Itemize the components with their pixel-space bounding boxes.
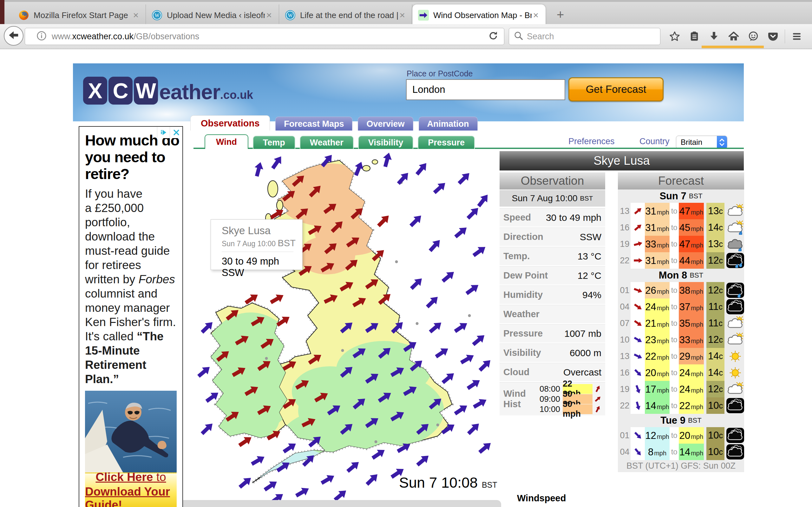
map-wind-arrow-icon[interactable] xyxy=(432,180,448,196)
tab-weather[interactable]: Weather xyxy=(300,135,354,149)
browser-tab[interactable]: Wind Observation Map - Br...× xyxy=(412,4,546,26)
place-input[interactable] xyxy=(406,79,565,100)
map-wind-arrow-icon[interactable] xyxy=(237,434,254,449)
map-wind-arrow-icon[interactable] xyxy=(427,319,444,335)
forecast-row: 0721mphto35mph11c xyxy=(618,315,744,331)
forecast-time: 04 xyxy=(618,298,629,315)
observation-row: Dew Point12 °C xyxy=(500,266,605,285)
tab-close-icon[interactable]: × xyxy=(132,10,140,20)
wind-observation-map[interactable]: Sun 7 10:08 BST xyxy=(194,150,498,507)
map-wind-arrow-icon[interactable] xyxy=(453,402,470,417)
map-wind-arrow-icon[interactable] xyxy=(262,478,280,493)
map-wind-arrow-icon[interactable] xyxy=(456,170,472,186)
map-wind-arrow-icon[interactable] xyxy=(440,268,457,285)
page-info-icon[interactable] xyxy=(36,30,47,43)
xcweather-logo[interactable]: X C W eather .co.uk xyxy=(83,77,253,105)
menu-hamburger-icon[interactable] xyxy=(787,31,807,42)
map-wind-arrow-icon[interactable] xyxy=(408,275,425,292)
tab-close-icon[interactable]: × xyxy=(265,10,273,20)
map-wind-arrow-icon[interactable] xyxy=(427,237,444,254)
tab-pressure[interactable]: Pressure xyxy=(418,135,475,149)
map-wind-arrow-icon[interactable] xyxy=(475,192,491,209)
map-wind-arrow-icon[interactable] xyxy=(434,345,451,360)
map-wind-arrow-icon[interactable] xyxy=(465,205,481,221)
map-wind-arrow-icon[interactable] xyxy=(464,281,481,297)
map-wind-arrow-icon[interactable] xyxy=(269,154,285,171)
forecast-speed: 31mph xyxy=(645,252,670,269)
map-wind-arrow-icon[interactable] xyxy=(453,224,469,240)
reload-icon[interactable] xyxy=(488,30,499,43)
map-wind-arrow-icon[interactable] xyxy=(414,160,430,177)
tab-overview[interactable]: Overview xyxy=(358,117,413,130)
url-bar[interactable]: www.xcweather.co.uk/GB/observations xyxy=(25,28,504,45)
tab-observations[interactable]: Observations xyxy=(190,115,270,130)
country-select[interactable]: Britain xyxy=(676,135,727,149)
map-wind-arrow-icon[interactable] xyxy=(453,320,470,335)
tab-close-icon[interactable]: × xyxy=(398,10,406,20)
map-wind-arrow-icon[interactable] xyxy=(424,294,441,310)
home-icon[interactable] xyxy=(724,31,744,42)
map-wind-arrow-icon[interactable] xyxy=(465,377,483,392)
tab-animation[interactable]: Animation xyxy=(419,117,478,130)
forecast-day-heading: Mon 8BST xyxy=(618,269,744,282)
forecast-time: 01 xyxy=(618,427,629,444)
observation-datetime: Sun 7 Aug 10:00BST xyxy=(500,190,605,207)
map-wind-arrow-icon[interactable] xyxy=(465,420,482,437)
map-wind-arrow-icon[interactable] xyxy=(408,212,424,229)
map-wind-arrow-icon[interactable] xyxy=(477,440,494,456)
ad-close-icon[interactable] xyxy=(170,127,183,138)
map-wind-arrow-icon[interactable] xyxy=(294,485,311,499)
map-wind-arrow-icon[interactable] xyxy=(415,452,432,468)
map-wind-arrow-icon[interactable] xyxy=(252,161,265,177)
hello-chat-icon[interactable] xyxy=(744,31,763,42)
map-wind-arrow-icon[interactable] xyxy=(319,472,337,487)
preferences-link[interactable]: Preferences xyxy=(568,134,615,148)
map-wind-arrow-icon[interactable] xyxy=(395,170,412,187)
map-wind-arrow-icon[interactable] xyxy=(477,357,494,374)
observation-row: Weather xyxy=(500,305,605,323)
advertisement[interactable]: How much doyou need toretire? If you hav… xyxy=(79,126,183,507)
map-wind-arrow-icon[interactable] xyxy=(381,152,393,168)
pocket-icon[interactable] xyxy=(763,31,783,42)
adchoices-icon[interactable] xyxy=(157,127,170,138)
tab-temp[interactable]: Temp xyxy=(253,135,295,149)
forecast-time: 13 xyxy=(618,203,629,219)
downloads-icon[interactable] xyxy=(704,31,724,42)
forecast-row: 1933mphto47mph13c xyxy=(618,236,744,252)
browser-tab[interactable]: WUpload New Media ‹ isleofr...× xyxy=(146,4,279,26)
map-wind-arrow-icon[interactable] xyxy=(471,243,488,259)
forecast-gust: 24mph xyxy=(679,364,704,381)
search-bar[interactable] xyxy=(509,28,660,45)
map-wind-arrow-icon[interactable] xyxy=(364,471,380,488)
map-wind-arrow-icon[interactable] xyxy=(345,458,362,475)
tab-visibility[interactable]: Visibility xyxy=(358,135,414,149)
reading-list-icon[interactable] xyxy=(684,31,704,42)
map-wind-arrow-icon[interactable] xyxy=(237,474,254,491)
map-wind-arrow-icon[interactable] xyxy=(370,446,387,462)
select-stepper-icon[interactable] xyxy=(717,135,727,149)
map-wind-arrow-icon[interactable] xyxy=(199,420,216,437)
map-wind-arrow-icon[interactable] xyxy=(269,291,286,306)
search-input[interactable] xyxy=(527,32,647,42)
forecast-time: 04 xyxy=(618,444,629,460)
map-wind-arrow-icon[interactable] xyxy=(459,351,476,366)
tab-forecast-maps[interactable]: Forecast Maps xyxy=(275,117,352,130)
ad-cta-button[interactable]: Click Here to Download Your Guide! xyxy=(85,472,177,507)
tab-wind[interactable]: Wind xyxy=(205,134,248,149)
get-forecast-button[interactable]: Get Forecast xyxy=(568,77,664,101)
wind-direction-arrow-icon xyxy=(630,427,645,444)
browser-tab[interactable]: WLife at the end of the road |...× xyxy=(279,4,412,26)
map-wind-arrow-icon[interactable] xyxy=(375,212,392,229)
map-wind-arrow-icon[interactable] xyxy=(250,453,267,468)
map-wind-arrow-icon[interactable] xyxy=(440,370,457,386)
tab-close-icon[interactable]: × xyxy=(531,10,540,20)
map-wind-arrow-icon[interactable] xyxy=(472,396,489,411)
browser-tab[interactable]: Mozilla Firefox Start Page× xyxy=(13,4,146,26)
map-wind-arrow-icon[interactable] xyxy=(470,332,487,348)
screen: Mozilla Firefox Start Page×WUpload New M… xyxy=(0,0,812,507)
url-text[interactable]: www.xcweather.co.uk/GB/observations xyxy=(52,32,488,42)
back-button[interactable] xyxy=(4,26,23,46)
map-wind-arrow-icon[interactable] xyxy=(196,363,212,380)
bookmark-star-icon[interactable] xyxy=(665,31,684,42)
new-tab-button[interactable]: + xyxy=(557,8,564,21)
